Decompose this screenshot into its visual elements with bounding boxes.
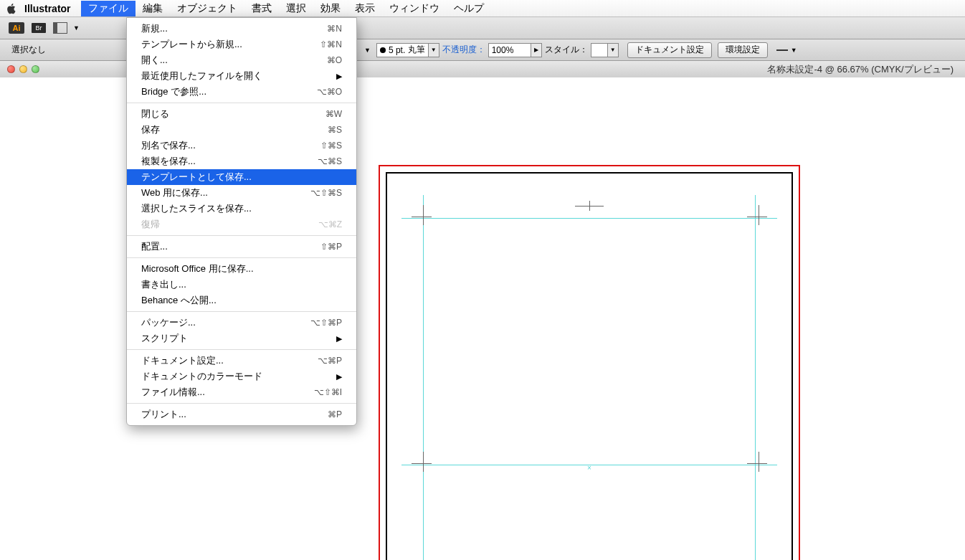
bridge-logo-icon[interactable]: Br <box>32 23 46 33</box>
stroke-dropdown-icon[interactable]: ▼ <box>429 43 439 57</box>
opacity-value: 100% <box>492 45 514 55</box>
document-title: 名称未設定-4 @ 66.67% (CMYK/プレビュー) <box>767 63 954 76</box>
preferences-button[interactable]: 環境設定 <box>718 42 768 58</box>
file-menu-item[interactable]: テンプレートから新規...⇧⌘N <box>127 37 356 52</box>
menu-item-label: 新規... <box>141 22 168 35</box>
file-menu-dropdown: 新規...⌘Nテンプレートから新規...⇧⌘N開く...⌘O最近使用したファイル… <box>126 17 357 78</box>
uniform-dropdown-icon[interactable]: ▼ <box>364 47 371 54</box>
opacity-label[interactable]: 不透明度： <box>442 44 485 56</box>
file-menu-item[interactable]: 開く...⌘O <box>127 52 356 68</box>
layout-dropdown-icon[interactable]: ▼ <box>73 24 80 32</box>
menu-view[interactable]: 表示 <box>348 1 382 16</box>
align-dropdown-icon[interactable]: ▼ <box>791 47 797 54</box>
layout-icon[interactable] <box>53 22 67 34</box>
illustrator-logo-icon[interactable]: Ai <box>9 22 24 34</box>
menu-type[interactable]: 書式 <box>244 1 279 16</box>
menu-item-label: テンプレートから新規... <box>141 38 242 51</box>
opacity-field[interactable]: 100% <box>488 43 531 57</box>
system-menubar: Illustrator ファイル 編集 オブジェクト 書式 選択 効果 表示 ウ… <box>0 0 965 17</box>
zoom-window-icon[interactable] <box>32 65 39 73</box>
menu-object[interactable]: オブジェクト <box>170 1 244 16</box>
window-controls <box>7 65 39 73</box>
menu-item-label: 開く... <box>141 54 168 67</box>
app-name[interactable]: Illustrator <box>24 3 71 14</box>
style-dropdown-icon[interactable]: ▼ <box>608 43 619 57</box>
stroke-size-value: 5 pt. <box>389 45 405 55</box>
submenu-arrow-icon: ▶ <box>336 72 342 79</box>
menu-file[interactable]: ファイル <box>81 1 136 16</box>
close-window-icon[interactable] <box>7 65 15 73</box>
menu-shortcut: ⇧⌘N <box>320 39 342 49</box>
stroke-swatch-icon <box>380 47 386 53</box>
menu-window[interactable]: ウィンドウ <box>382 1 447 16</box>
brush-name: 丸筆 <box>408 44 425 56</box>
selection-label: 選択なし <box>11 44 46 56</box>
menu-help[interactable]: ヘルプ <box>447 1 491 16</box>
document-setup-button[interactable]: ドキュメント設定 <box>627 42 712 58</box>
menu-item-label: 最近使用したファイルを開く <box>141 70 262 78</box>
apple-icon[interactable] <box>6 3 17 14</box>
menu-shortcut: ⌘N <box>327 24 342 34</box>
align-icon[interactable] <box>776 45 788 55</box>
menu-edit[interactable]: 編集 <box>136 1 170 16</box>
opacity-dropdown-icon[interactable]: ▶ <box>531 43 542 57</box>
minimize-window-icon[interactable] <box>19 65 27 73</box>
file-menu-item[interactable]: 最近使用したファイルを開く▶ <box>127 68 356 78</box>
style-swatch[interactable] <box>591 43 608 57</box>
stroke-field[interactable]: 5 pt. 丸筆 <box>376 43 429 57</box>
menu-select[interactable]: 選択 <box>279 1 313 16</box>
menu-shortcut: ⌘O <box>327 55 342 65</box>
file-menu-item[interactable]: 新規...⌘N <box>127 21 356 37</box>
style-label: スタイル： <box>545 44 588 56</box>
menu-effect[interactable]: 効果 <box>313 1 348 16</box>
